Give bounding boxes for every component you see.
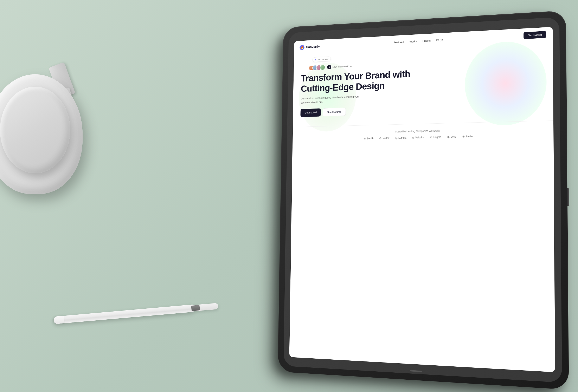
zenith-name: Zenith xyxy=(367,137,374,140)
hero-see-features-button[interactable]: See features xyxy=(323,108,346,117)
hero-get-started-button[interactable]: Get started xyxy=(300,109,321,117)
play-icon xyxy=(329,66,330,68)
hero-buttons: Get started See features xyxy=(300,101,544,117)
nav-get-started-button[interactable]: Get started xyxy=(524,31,546,39)
nav-link-faqs[interactable]: FAQs xyxy=(436,38,443,42)
home-indicator xyxy=(410,370,422,372)
hero-section: Join us now 10 xyxy=(293,41,553,123)
tablet-screen: Convertly Features Works Pricing FAQs Ge… xyxy=(289,27,555,372)
company-logos: ✳ Zenith ⚙ Vortex ◎ Lumina xyxy=(298,133,547,141)
lumina-icon: ◎ xyxy=(395,136,398,140)
company-echo: ◑ Echo xyxy=(447,135,456,139)
join-badge-text: Join us now xyxy=(317,58,328,61)
logo-icon xyxy=(299,45,304,50)
avatar-stack xyxy=(309,65,325,71)
company-zenith: ✳ Zenith xyxy=(364,137,373,140)
logo-text: Convertly xyxy=(306,45,320,49)
stellar-name: Stellar xyxy=(466,135,473,138)
echo-name: Echo xyxy=(451,135,456,138)
tablet-device: Convertly Features Works Pricing FAQs Ge… xyxy=(278,10,569,390)
company-velocity: ◈ Velocity xyxy=(412,136,424,139)
pencil-end xyxy=(53,316,64,324)
company-stellar: ✳ Stellar xyxy=(462,135,473,138)
website-content: Convertly Features Works Pricing FAQs Ge… xyxy=(289,27,555,372)
vortex-icon: ⚙ xyxy=(379,137,382,140)
headphones-decoration xyxy=(0,62,99,206)
velocity-icon: ◈ xyxy=(412,136,414,139)
tablet-side-button[interactable] xyxy=(567,188,569,206)
logo: Convertly xyxy=(299,44,320,50)
zenith-icon: ✳ xyxy=(364,137,366,140)
stellar-icon: ✳ xyxy=(462,135,465,138)
avatar-4 xyxy=(320,65,325,70)
company-vortex: ⚙ Vortex xyxy=(379,136,389,140)
vortex-name: Vortex xyxy=(383,137,389,140)
nav-link-features[interactable]: Features xyxy=(394,41,404,44)
headphones-pad xyxy=(0,87,70,173)
nav-link-pricing[interactable]: Pricing xyxy=(423,39,431,43)
company-lumina: ◎ Lumina xyxy=(395,136,406,140)
enigma-name: Enigma xyxy=(433,136,441,139)
hero-subtitle: Our services define industry standards, … xyxy=(300,94,362,105)
company-enigma: ✳ Enigma xyxy=(429,135,441,139)
join-badge: Join us now xyxy=(313,56,331,62)
enigma-icon: ✳ xyxy=(429,136,432,139)
echo-icon: ◑ xyxy=(447,135,450,139)
tablet-frame: Convertly Features Works Pricing FAQs Ge… xyxy=(278,10,569,390)
velocity-name: Velocity xyxy=(415,136,424,139)
tablet-screen-area: Convertly Features Works Pricing FAQs Ge… xyxy=(284,17,562,383)
avatars-label: 100+ already with us xyxy=(332,65,352,68)
nav-link-works[interactable]: Works xyxy=(410,40,417,43)
play-button[interactable] xyxy=(327,65,331,69)
pencil-cap xyxy=(191,305,200,311)
join-dot-icon xyxy=(315,59,316,60)
lumina-name: Lumina xyxy=(398,136,406,139)
nav-links: Features Works Pricing FAQs xyxy=(394,38,443,44)
